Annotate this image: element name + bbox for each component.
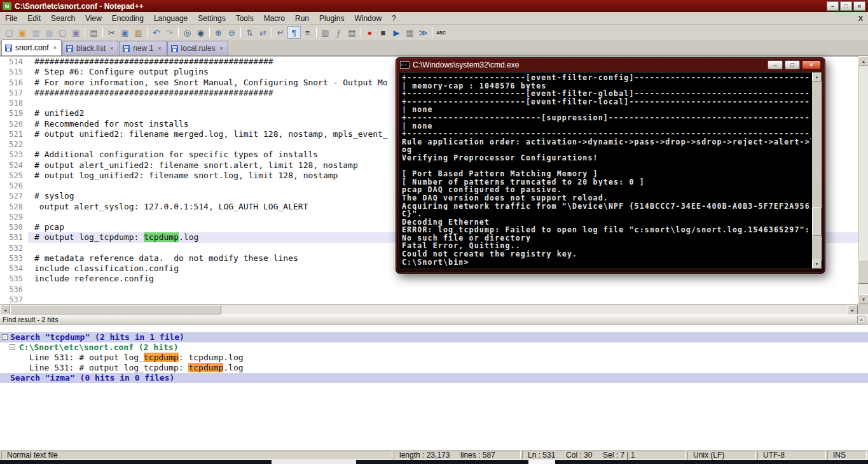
zoom-out-icon[interactable]: ⊖ [225, 26, 238, 39]
redo-icon[interactable]: ↷ [163, 26, 176, 39]
cmd-minimize-button[interactable]: – [768, 60, 783, 69]
maximize-button[interactable]: □ [840, 1, 852, 11]
cmd-scroll-down-icon[interactable]: ▼ [812, 260, 822, 269]
cmd-title-bar[interactable]: C:\ C:\Windows\system32\cmd.exe – □ × [399, 58, 822, 72]
tab-close-icon[interactable]: × [158, 45, 161, 52]
editor-line[interactable]: 536 [0, 285, 858, 295]
text-run: # output log_tcpdump: [34, 232, 144, 242]
title-bar[interactable]: N C:\Snort\etc\snort.conf - Notepad++ – … [0, 0, 868, 12]
open-file-icon[interactable]: ▣ [16, 26, 29, 39]
menu-item[interactable]: Plugins [314, 12, 349, 25]
search-result-hit[interactable]: Line 531: # output log_tcpdump: tcpdump.… [0, 353, 868, 363]
status-eol-format[interactable]: Unix (LF) [687, 451, 756, 460]
scroll-left-icon[interactable]: ◄ [0, 305, 10, 315]
new-file-icon[interactable]: ▢ [3, 26, 16, 39]
search-result-file[interactable]: −C:\Snort\etc\snort.conf (2 hits) [0, 342, 868, 353]
function-list-icon[interactable]: ƒ [332, 26, 345, 39]
scroll-up-icon[interactable]: ▲ [858, 56, 868, 66]
show-all-chars-icon[interactable]: ¶ [287, 26, 301, 39]
menu-item[interactable]: View [80, 12, 107, 25]
vertical-scroll-thumb[interactable] [858, 260, 868, 284]
editor-horizontal-scrollbar[interactable]: ◄ ► [0, 304, 858, 314]
tab-local-rules[interactable]: local.rules× [167, 41, 228, 55]
close-all-icon[interactable]: ▣ [69, 26, 83, 39]
cmd-scrollbar[interactable]: ▲ ▼ [812, 73, 822, 269]
cmd-window[interactable]: C:\ C:\Windows\system32\cmd.exe – □ × +-… [396, 57, 825, 274]
cmd-console[interactable]: +-----------------------[event-filter-co… [399, 72, 822, 269]
run-macro-multiple-icon[interactable]: ≫ [417, 26, 430, 39]
editor-vertical-scrollbar[interactable]: ▲ ▼ [858, 56, 868, 304]
collapse-icon[interactable]: − [2, 334, 8, 340]
tab-label: snort.conf [15, 43, 49, 52]
find-result-panel[interactable]: −Search "tcpdump" (2 hits in 1 file)−C:\… [0, 325, 868, 449]
menu-item[interactable]: Settings [193, 12, 230, 25]
save-all-icon[interactable]: ▩ [43, 26, 56, 39]
close-button[interactable]: × [853, 1, 865, 11]
spell-check-icon[interactable]: ABC [434, 26, 448, 39]
menu-item[interactable]: File [0, 12, 22, 25]
search-result-hit[interactable]: Line 531: # output log_tcpdump: tcpdump.… [0, 363, 868, 373]
console-line: | none [402, 122, 811, 130]
status-insert-mode[interactable]: INS [827, 451, 867, 460]
cmd-window-title: C:\Windows\system32\cmd.exe [413, 60, 766, 69]
indent-guide-icon[interactable]: ≡ [301, 26, 314, 39]
menu-item[interactable]: Encoding [107, 12, 149, 25]
save-macro-icon[interactable]: ▦ [403, 26, 417, 39]
menu-item[interactable]: Run [290, 12, 314, 25]
editor-line[interactable]: 535include reference.config [0, 274, 858, 284]
menu-item[interactable]: Search [46, 12, 80, 25]
tab-label: new 1 [133, 44, 153, 53]
doc-map-icon[interactable]: ▥ [319, 26, 332, 39]
record-macro-icon[interactable]: ● [363, 26, 376, 39]
doc-switcher-icon[interactable]: ▤ [345, 26, 359, 39]
status-encoding[interactable]: UTF-8 [757, 451, 826, 460]
tab-close-icon[interactable]: × [53, 45, 57, 51]
menu-item[interactable]: Edit [22, 12, 46, 25]
play-macro-icon[interactable]: ▶ [390, 26, 403, 39]
tab-snort-conf[interactable]: snort.conf× [1, 39, 62, 55]
close-doc-icon[interactable]: ▢ [56, 26, 69, 39]
scroll-right-icon[interactable]: ► [848, 305, 858, 315]
horizontal-scroll-thumb[interactable] [10, 305, 221, 314]
print-icon[interactable]: ▤ [87, 26, 100, 39]
paste-icon[interactable]: ▥ [132, 26, 145, 39]
cut-icon[interactable]: ✂ [105, 26, 118, 39]
toolbar-separator [147, 27, 148, 38]
scroll-down-icon[interactable]: ▼ [858, 294, 868, 304]
search-result-header[interactable]: Search "izma" (0 hits in 0 files) [0, 373, 868, 383]
menu-item[interactable]: Tools [231, 12, 259, 25]
menu-item[interactable]: Language [149, 12, 193, 25]
word-wrap-icon[interactable]: ↵ [274, 26, 287, 39]
find-icon[interactable]: ◎ [181, 26, 194, 39]
copy-icon[interactable]: ▣ [118, 26, 132, 39]
save-icon[interactable]: ▦ [29, 26, 43, 39]
menu-item[interactable]: Window [349, 12, 387, 25]
collapse-icon[interactable]: − [10, 344, 15, 350]
sync-scroll-horizontal-icon[interactable]: ⇄ [256, 26, 270, 39]
replace-icon[interactable]: ◉ [194, 26, 207, 39]
tab-close-icon[interactable]: × [110, 45, 113, 52]
taskbar-item[interactable] [272, 460, 356, 464]
menubar-close-button[interactable]: X [858, 15, 863, 22]
cmd-maximize-button[interactable]: □ [785, 60, 800, 69]
search-result-header[interactable]: −Search "tcpdump" (2 hits in 1 file) [0, 332, 868, 342]
cmd-scroll-up-icon[interactable]: ▲ [812, 73, 822, 81]
line-number: 514 [0, 57, 28, 67]
status-cursor-position[interactable]: Ln : 531 Col : 30 Sel : 7 | 1 [522, 451, 686, 460]
minimize-button[interactable]: – [827, 1, 839, 11]
find-result-header[interactable]: Find result - 2 hits × [0, 314, 868, 325]
cmd-scroll-thumb[interactable] [812, 207, 822, 236]
taskbar-item[interactable] [528, 460, 555, 464]
tab-close-icon[interactable]: × [220, 45, 223, 52]
menu-item[interactable]: ? [387, 12, 401, 25]
stop-macro-icon[interactable]: ■ [376, 26, 390, 39]
tab-black-list[interactable]: black.list× [62, 41, 118, 55]
cmd-close-button[interactable]: × [802, 60, 821, 69]
menu-item[interactable]: Macro [259, 12, 290, 25]
find-result-close-icon[interactable]: × [857, 316, 865, 323]
zoom-in-icon[interactable]: ⊕ [212, 26, 225, 39]
undo-icon[interactable]: ↶ [149, 26, 163, 39]
sync-scroll-vertical-icon[interactable]: ⇅ [243, 26, 256, 39]
tab-new-1[interactable]: new 1× [119, 41, 166, 55]
editor-line[interactable]: 537 [0, 295, 858, 304]
